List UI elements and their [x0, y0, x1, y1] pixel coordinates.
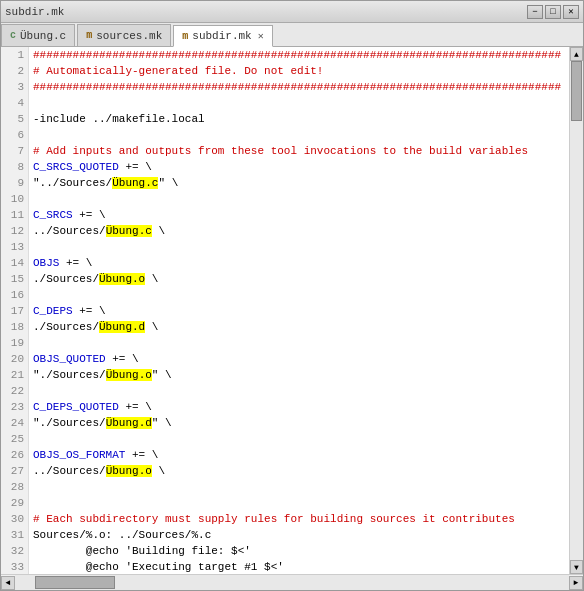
maximize-button[interactable]: □ — [545, 5, 561, 19]
tab-subdir-mk[interactable]: m subdir.mk ✕ — [173, 25, 272, 47]
scroll-down-button[interactable]: ▼ — [570, 560, 583, 574]
line-num-12: 12 — [5, 223, 24, 239]
scroll-left-button[interactable]: ◄ — [1, 576, 15, 590]
line-7-text: # Add inputs and outputs from these tool… — [33, 145, 528, 157]
tab-ubung-c[interactable]: c Übung.c — [1, 24, 75, 46]
close-button[interactable]: ✕ — [563, 5, 579, 19]
bottom-bar: ◄ ► — [1, 574, 583, 590]
line-3-text: ########################################… — [33, 81, 561, 93]
tab-bar: c Übung.c m sources.mk m subdir.mk ✕ — [1, 23, 583, 47]
line-num-8: 8 — [5, 159, 24, 175]
main-window: subdir.mk − □ ✕ c Übung.c m sources.mk m… — [0, 0, 584, 591]
line-num-21: 21 — [5, 367, 24, 383]
editor-area: 1 2 3 4 5 6 7 8 9 10 11 12 13 14 15 16 1… — [1, 47, 583, 574]
window-title: subdir.mk — [5, 6, 64, 18]
line-num-29: 29 — [5, 495, 24, 511]
line-num-18: 18 — [5, 319, 24, 335]
line-num-16: 16 — [5, 287, 24, 303]
line-num-23: 23 — [5, 399, 24, 415]
line-1-text: ########################################… — [33, 49, 561, 61]
line-num-20: 20 — [5, 351, 24, 367]
line-num-7: 7 — [5, 143, 24, 159]
line-num-2: 2 — [5, 63, 24, 79]
line-num-19: 19 — [5, 335, 24, 351]
line-15-text: ./Sources/Übung.o \ — [33, 273, 158, 285]
title-bar: subdir.mk − □ ✕ — [1, 1, 583, 23]
line-26-text: OBJS_OS_FORMAT — [33, 449, 125, 461]
line-num-14: 14 — [5, 255, 24, 271]
line-num-15: 15 — [5, 271, 24, 287]
line-num-10: 10 — [5, 191, 24, 207]
line-num-32: 32 — [5, 543, 24, 559]
line-33-text: @echo 'Executing target #1 $<' — [33, 561, 284, 573]
line-num-17: 17 — [5, 303, 24, 319]
line-num-3: 3 — [5, 79, 24, 95]
line-9-text: "../Sources/Übung.c" \ — [33, 177, 178, 189]
line-17-text: C_DEPS — [33, 305, 73, 317]
scroll-thumb-h[interactable] — [35, 576, 115, 589]
line-14-text: OBJS — [33, 257, 59, 269]
line-11-rest: += \ — [73, 209, 106, 221]
line-14-rest: += \ — [59, 257, 92, 269]
line-num-25: 25 — [5, 431, 24, 447]
line-5-text: -include ../makefile.local — [33, 113, 205, 125]
code-editor[interactable]: ########################################… — [29, 47, 569, 574]
tab-label-sources-mk: sources.mk — [96, 30, 162, 42]
line-23-text: C_DEPS_QUOTED — [33, 401, 119, 413]
line-num-30: 30 — [5, 511, 24, 527]
mk-file-icon-sources: m — [86, 30, 92, 41]
minimize-button[interactable]: − — [527, 5, 543, 19]
window-controls: − □ ✕ — [527, 5, 579, 19]
line-2-text: # Automatically-generated file. Do not e… — [33, 65, 323, 77]
line-num-5: 5 — [5, 111, 24, 127]
line-num-24: 24 — [5, 415, 24, 431]
tab-label-ubung-c: Übung.c — [20, 30, 66, 42]
line-num-31: 31 — [5, 527, 24, 543]
line-num-4: 4 — [5, 95, 24, 111]
line-24-text: "./Sources/Übung.d" \ — [33, 417, 172, 429]
line-8-text: C_SRCS_QUOTED — [33, 161, 119, 173]
line-20-rest: += \ — [106, 353, 139, 365]
line-32-text: @echo 'Building file: $<' — [33, 545, 251, 557]
line-31-text: Sources/%.o: ../Sources/%.c — [33, 529, 211, 541]
line-num-13: 13 — [5, 239, 24, 255]
line-8-rest: += \ — [119, 161, 152, 173]
line-num-6: 6 — [5, 127, 24, 143]
mk-file-icon-subdir: m — [182, 31, 188, 42]
c-file-icon: c — [10, 30, 16, 41]
line-27-text: ../Sources/Übung.o \ — [33, 465, 165, 477]
line-num-26: 26 — [5, 447, 24, 463]
line-21-text: "./Sources/Übung.o" \ — [33, 369, 172, 381]
scroll-up-button[interactable]: ▲ — [570, 47, 583, 61]
vertical-scrollbar[interactable]: ▲ ▼ — [569, 47, 583, 574]
scroll-right-button[interactable]: ► — [569, 576, 583, 590]
line-num-22: 22 — [5, 383, 24, 399]
tab-label-subdir-mk: subdir.mk — [192, 30, 251, 42]
line-num-33: 33 — [5, 559, 24, 574]
line-20-text: OBJS_QUOTED — [33, 353, 106, 365]
line-12-text: ../Sources/Übung.c \ — [33, 225, 165, 237]
line-26-rest: += \ — [125, 449, 158, 461]
line-num-27: 27 — [5, 463, 24, 479]
scroll-track-v[interactable] — [570, 61, 583, 560]
scroll-track-h[interactable] — [15, 575, 569, 590]
line-num-1: 1 — [5, 47, 24, 63]
line-num-11: 11 — [5, 207, 24, 223]
scroll-thumb-v[interactable] — [571, 61, 582, 121]
line-17-rest: += \ — [73, 305, 106, 317]
line-18-text: ./Sources/Übung.d \ — [33, 321, 158, 333]
tab-close-button[interactable]: ✕ — [258, 30, 264, 42]
line-11-text: C_SRCS — [33, 209, 73, 221]
line-23-rest: += \ — [119, 401, 152, 413]
line-num-9: 9 — [5, 175, 24, 191]
line-num-28: 28 — [5, 479, 24, 495]
line-numbers: 1 2 3 4 5 6 7 8 9 10 11 12 13 14 15 16 1… — [1, 47, 29, 574]
line-30-text: # Each subdirectory must supply rules fo… — [33, 513, 515, 525]
tab-sources-mk[interactable]: m sources.mk — [77, 24, 171, 46]
